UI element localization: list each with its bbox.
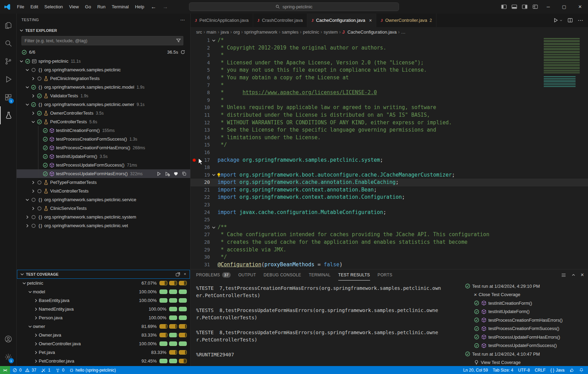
breadcrumb-item[interactable]: springframework xyxy=(244,29,277,35)
filter-icon[interactable] xyxy=(176,38,181,43)
language-mode[interactable]: { } Java xyxy=(548,368,567,373)
code-line[interactable]: 18 xyxy=(191,164,588,171)
twisty-right-icon[interactable] xyxy=(25,223,30,229)
launch-config-status[interactable]: hello (spring-petclinic) xyxy=(67,366,118,374)
panel-tab-test-results[interactable]: TEST RESULTS xyxy=(338,269,370,280)
close-window-button[interactable]: ✕ xyxy=(572,0,588,14)
twisty-right-icon[interactable] xyxy=(30,188,36,194)
test-tree-item[interactable]: PetClinicIntegrationTests xyxy=(17,74,190,83)
code-line[interactable]: 4 * Licensed under the Apache License, V… xyxy=(191,59,588,67)
code-line[interactable]: 21import org.springframework.context.ann… xyxy=(191,186,588,194)
activity-source-control-icon[interactable] xyxy=(0,52,17,70)
more-actions-icon[interactable]: ⋯ xyxy=(578,17,583,24)
breadcrumb-item[interactable]: org xyxy=(233,29,240,35)
tab-petclinicapplication-java[interactable]: JPetClinicApplication.java xyxy=(191,14,253,27)
breadcrumb-item[interactable]: petclinic xyxy=(303,29,319,35)
code-line[interactable]: 28 * creates the used cache for the appl… xyxy=(191,239,588,246)
code-line[interactable]: 5 * you may not use this file except in … xyxy=(191,66,588,74)
test-filter-input[interactable] xyxy=(21,36,183,45)
menu-view[interactable]: View xyxy=(66,0,82,14)
test-run-row[interactable]: Test run at 1/24/2024, 4:29:10 PM xyxy=(465,282,588,291)
lightbulb-icon[interactable] xyxy=(216,172,221,178)
test-tree-item[interactable]: PetControllerTests5.6s xyxy=(17,117,190,126)
twisty-right-icon[interactable] xyxy=(33,306,39,312)
code-line[interactable]: 29 * accessible via JMX. xyxy=(191,246,588,254)
test-run-item[interactable]: testInitUpdateForm() xyxy=(465,308,588,316)
menu-file[interactable]: File xyxy=(14,0,27,14)
code-line[interactable]: 3 * xyxy=(191,52,588,59)
test-run-item[interactable]: testProcessCreationFormSuccess() xyxy=(465,324,588,333)
coverage-row[interactable]: PetController.java92.45% xyxy=(17,357,190,365)
feedback-icon[interactable] xyxy=(567,368,577,373)
code-line[interactable]: 31@Configuration(proxyBeanMethods = fals… xyxy=(191,261,588,269)
twisty-right-icon[interactable] xyxy=(33,350,39,355)
encoding[interactable]: UTF-8 xyxy=(516,368,532,373)
menu-help[interactable]: Help xyxy=(132,0,147,14)
refresh-icon[interactable] xyxy=(180,50,185,55)
test-results-output[interactable]: %TESTE 7,testProcessCreationFormHasError… xyxy=(191,280,465,366)
code-line[interactable]: 9 * xyxy=(191,97,588,104)
run-icon[interactable] xyxy=(553,17,563,23)
run-icon[interactable] xyxy=(156,171,162,177)
test-run-item[interactable]: ×Close Test Coverage xyxy=(465,291,588,299)
test-tree-item[interactable]: { }org.springframework.samples.petclinic… xyxy=(17,221,190,230)
test-run-item[interactable]: testProcessCreationFormHasErrors() xyxy=(465,316,588,324)
test-tree-item[interactable]: testInitCreationForm()155ms xyxy=(17,126,190,135)
split-editor-icon[interactable] xyxy=(568,18,573,23)
code-line[interactable]: 17package org.springframework.samples.pe… xyxy=(191,157,588,164)
test-tree-item[interactable]: ClinicServiceTests xyxy=(17,204,190,213)
activity-settings-icon[interactable]: 1 xyxy=(0,348,17,366)
test-tree-item[interactable]: { }org.springframework.samples.petclinic… xyxy=(17,83,190,91)
code-line[interactable]: 14 * limitations under the License. xyxy=(191,134,588,142)
breadcrumb-item[interactable]: samples xyxy=(282,29,298,35)
code-line[interactable]: 6 * You may obtain a copy of the License… xyxy=(191,74,588,82)
test-tree-item[interactable]: testProcessUpdateFormSuccess()71ms xyxy=(17,161,190,169)
code-line[interactable]: 16 xyxy=(191,149,588,157)
breadcrumb-item[interactable]: src xyxy=(196,29,202,35)
test-tree-item[interactable]: spring-petclinic11.1s xyxy=(17,57,190,65)
menu-terminal[interactable]: Terminal xyxy=(109,0,132,14)
activity-extensions-icon[interactable]: 1 xyxy=(0,88,17,106)
search-box[interactable]: spring-petclinic xyxy=(189,2,399,11)
coverage-row[interactable]: BaseEntity.java100.00% xyxy=(17,296,190,305)
coverage-row[interactable]: OwnerController.java100.00% xyxy=(17,339,190,348)
panel-tab-problems[interactable]: PROBLEMS37 xyxy=(196,269,231,280)
close-tab-icon[interactable]: × xyxy=(369,18,372,23)
fold-chevron-icon[interactable] xyxy=(210,37,218,44)
breadcrumb-item[interactable]: main xyxy=(206,29,216,35)
code-editor[interactable]: 1/*2 * Copyright 2012-2019 the original … xyxy=(191,37,588,269)
code-line[interactable]: 27 * Cache configuration intended for ca… xyxy=(191,231,588,239)
twisty-down-icon[interactable] xyxy=(19,59,24,64)
code-line[interactable]: 15 */ xyxy=(191,141,588,149)
tab-ownercontroller-java[interactable]: JOwnerController.java2 xyxy=(376,14,437,27)
test-run-item[interactable]: testProcessUpdateFormSuccess() xyxy=(465,341,588,350)
code-line[interactable]: 24import javax.cache.configuration.Mutab… xyxy=(191,209,588,216)
breadcrumb-item[interactable]: java xyxy=(221,29,229,35)
minimize-button[interactable]: ─ xyxy=(540,0,556,14)
test-tree-item[interactable]: PetTypeFormatterTests xyxy=(17,178,190,187)
coverage-row[interactable]: owner81.69% xyxy=(17,322,190,331)
tab-crashcontroller-java[interactable]: JCrashController.java xyxy=(253,14,307,27)
toggle-primary-sidebar-icon[interactable] xyxy=(499,0,509,14)
test-run-item[interactable]: testProcessUpdateFormHasErrors() xyxy=(465,333,588,341)
test-run-item[interactable]: View Test Coverage xyxy=(465,358,588,367)
eol-sequence[interactable]: CRLF xyxy=(532,368,548,373)
code-line[interactable]: 10 * Unless required by applicable law o… xyxy=(191,104,588,112)
maximize-button[interactable]: ▢ xyxy=(556,0,572,14)
code-line[interactable]: 13 * See the License for the specific la… xyxy=(191,126,588,134)
coverage-row[interactable]: model100.00% xyxy=(17,287,190,296)
toggle-panel-icon[interactable] xyxy=(509,0,520,14)
twisty-right-icon[interactable] xyxy=(33,341,39,347)
twisty-right-icon[interactable] xyxy=(33,358,39,364)
move-view-icon[interactable] xyxy=(175,272,181,277)
twisty-right-icon[interactable] xyxy=(30,180,36,185)
code-line[interactable]: 7 * xyxy=(191,82,588,89)
breadcrumb[interactable]: src›main›java›org›springframework›sample… xyxy=(191,27,588,37)
coverage-row[interactable]: Owner.java83.33% xyxy=(17,331,190,339)
test-coverage-header[interactable]: TEST COVERAGE × xyxy=(17,270,190,279)
test-run-item[interactable]: testInitCreationForm() xyxy=(465,299,588,308)
test-run-row[interactable]: Test run at 1/24/2024, 4:10:47 PM xyxy=(465,350,588,358)
test-tree-item[interactable]: { }org.springframework.samples.petclinic… xyxy=(17,213,190,221)
test-tree-item[interactable]: testProcessCreationFormSuccess()1.3s xyxy=(17,135,190,143)
breakpoint-icon[interactable] xyxy=(191,157,197,164)
